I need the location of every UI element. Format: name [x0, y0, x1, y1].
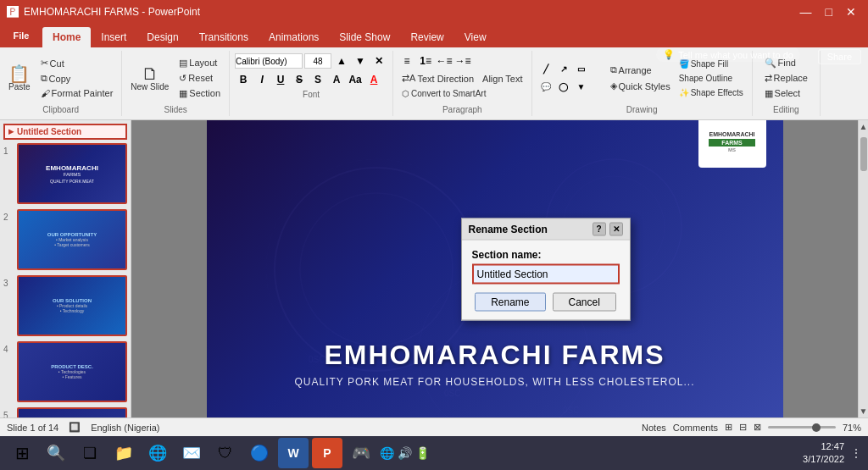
view-reading-button[interactable]: ⊠ — [754, 422, 761, 433]
decrease-font-button[interactable]: ▼ — [352, 53, 369, 69]
align-text-button[interactable]: Align Text — [479, 72, 526, 86]
increase-font-button[interactable]: ▲ — [333, 53, 350, 69]
increase-indent-button[interactable]: →≡ — [454, 53, 471, 69]
store-icon[interactable]: 🛡 — [210, 438, 241, 468]
dialog-cancel-button[interactable]: Cancel — [553, 292, 616, 311]
shape-effects-button[interactable]: ✨ Shape Effects — [676, 86, 747, 99]
show-desktop-button[interactable]: ⋮ — [851, 447, 861, 459]
minimize-button[interactable]: — — [795, 5, 817, 19]
tab-transitions[interactable]: Transitions — [189, 27, 259, 47]
tell-me-bar[interactable]: 💡 Tell me what you want to do — [656, 47, 800, 62]
font-name-input[interactable] — [235, 53, 303, 69]
strikethrough-button[interactable]: S — [291, 71, 308, 88]
comments-button[interactable]: Comments — [673, 423, 718, 433]
slide-item-1[interactable]: 1 EMHOMARACHI FARMS QUALITY PORK MEAT — [3, 143, 127, 204]
font-color-button[interactable]: A — [365, 71, 382, 88]
edge-icon[interactable]: 🌐 — [142, 438, 173, 468]
start-button[interactable]: ⊞ — [7, 438, 37, 468]
title-bar: 🅿 EMHOMARACHI FARMS - PowerPoint — □ ✕ — [0, 0, 868, 24]
dialog-help-button[interactable]: ? — [593, 222, 606, 235]
view-normal-button[interactable]: ⊞ — [725, 422, 732, 433]
shape-arrow-button[interactable]: ↗ — [555, 61, 572, 78]
cut-button[interactable]: ✂ Cut — [37, 56, 117, 70]
close-button[interactable]: ✕ — [841, 5, 861, 19]
maximize-button[interactable]: □ — [821, 5, 837, 19]
format-painter-button[interactable]: 🖌 Format Painter — [37, 86, 117, 100]
task-view-button[interactable]: ❏ — [75, 438, 105, 468]
tab-view[interactable]: View — [454, 27, 497, 47]
clear-format-button[interactable]: ✕ — [370, 53, 387, 69]
numbered-list-button[interactable]: 1≡ — [417, 53, 434, 69]
sound-icon[interactable]: 🔊 — [398, 446, 412, 460]
mail-icon[interactable]: ✉️ — [176, 438, 207, 468]
right-scrollbar[interactable]: ▲ ▼ — [858, 120, 868, 417]
quick-styles-button[interactable]: ◈ Quick Styles — [607, 79, 674, 93]
underline-button[interactable]: U — [272, 71, 289, 88]
change-case-button[interactable]: Aa — [347, 71, 364, 88]
file-explorer-icon[interactable]: 📁 — [108, 438, 139, 468]
dialog-section-name-input[interactable] — [472, 263, 620, 284]
search-button[interactable]: 🔍 — [41, 438, 71, 468]
section-button[interactable]: ▦ Section — [175, 86, 224, 101]
powerpoint-icon[interactable]: P — [312, 438, 342, 468]
file-tab[interactable]: File — [0, 24, 42, 47]
italic-button[interactable]: I — [253, 71, 270, 88]
shape-line-button[interactable]: ╱ — [537, 61, 554, 78]
tab-insert[interactable]: Insert — [91, 27, 136, 47]
shape-outline-button[interactable]: Shape Outline — [676, 72, 747, 85]
reset-button[interactable]: ↺ Reset — [175, 71, 224, 86]
slide-thumb-2[interactable]: OUR OPPORTUNITY • Market analysis • Targ… — [17, 209, 127, 270]
decrease-indent-button[interactable]: ←≡ — [436, 53, 453, 69]
tab-home[interactable]: Home — [42, 27, 91, 47]
slide-item-2[interactable]: 2 OUR OPPORTUNITY • Market analysis • Ta… — [3, 209, 127, 270]
convert-smartart-button[interactable]: ⬡ Convert to SmartArt — [398, 87, 489, 100]
slide-thumb-1[interactable]: EMHOMARACHI FARMS QUALITY PORK MEAT — [17, 143, 127, 204]
slide-thumb-3[interactable]: OUR SOLUTION • Product details • Technol… — [17, 275, 127, 336]
arrange-button[interactable]: ⧉ Arrange — [607, 63, 674, 77]
slide-thumb-5[interactable]: PRODUCT DESC. 2 • Technology • More deta… — [17, 407, 127, 417]
taskbar-clock[interactable]: 12:47 3/17/2022 — [803, 440, 844, 467]
shape-callout-button[interactable]: 💬 — [537, 79, 554, 96]
game-icon[interactable]: 🎮 — [346, 438, 376, 468]
shadow-button[interactable]: S — [309, 71, 326, 88]
slide-thumb-4[interactable]: PRODUCT DESC. • Technologies • Features — [17, 341, 127, 402]
slide-item-5[interactable]: 5 PRODUCT DESC. 2 • Technology • More de… — [3, 407, 127, 417]
replace-button[interactable]: ⇄ Replace — [761, 71, 811, 86]
text-direction-button[interactable]: ⇄A Text Direction — [398, 71, 477, 86]
bold-button[interactable]: B — [235, 71, 252, 88]
bullet-list-button[interactable]: ≡ — [398, 53, 415, 69]
tab-design[interactable]: Design — [136, 27, 188, 47]
view-sort-button[interactable]: ⊟ — [739, 422, 747, 433]
chrome-icon[interactable]: 🔵 — [244, 438, 275, 468]
scroll-down-arrow[interactable]: ▼ — [858, 405, 868, 417]
word-icon[interactable]: W — [278, 438, 309, 468]
copy-button[interactable]: ⧉ Copy — [37, 71, 117, 86]
zoom-slider[interactable] — [768, 426, 836, 429]
new-slide-button[interactable]: 🗋 New Slide — [127, 64, 172, 93]
zoom-thumb[interactable] — [812, 423, 821, 432]
tab-slideshow[interactable]: Slide Show — [329, 27, 400, 47]
scroll-track[interactable] — [859, 133, 868, 405]
network-icon[interactable]: 🌐 — [380, 446, 394, 460]
scroll-up-arrow[interactable]: ▲ — [858, 120, 868, 133]
battery-icon[interactable]: 🔋 — [415, 446, 430, 460]
char-spacing-button[interactable]: A — [328, 71, 345, 88]
notes-button[interactable]: Notes — [642, 423, 666, 433]
font-size-input[interactable] — [304, 53, 331, 69]
share-button[interactable]: Share — [818, 49, 861, 64]
select-button[interactable]: ▦ Select — [761, 86, 811, 101]
paste-button[interactable]: 📋 Paste — [5, 64, 34, 93]
shape-rect-button[interactable]: ▭ — [573, 61, 590, 78]
tab-review[interactable]: Review — [400, 27, 453, 47]
section-label[interactable]: ▶ Untitled Section — [3, 124, 127, 140]
scroll-thumb[interactable] — [860, 137, 867, 171]
slide-item-3[interactable]: 3 OUR SOLUTION • Product details • Techn… — [3, 275, 127, 336]
tab-animations[interactable]: Animations — [259, 27, 329, 47]
slide-item-4[interactable]: 4 PRODUCT DESC. • Technologies • Feature… — [3, 341, 127, 402]
dialog-rename-button[interactable]: Rename — [475, 292, 545, 311]
zoom-level[interactable]: 71% — [843, 423, 861, 433]
shape-circle-button[interactable]: ◯ — [555, 79, 572, 96]
layout-button[interactable]: ▤ Layout — [175, 56, 224, 70]
shape-more-button[interactable]: ▼ — [573, 79, 590, 96]
dialog-close-button[interactable]: ✕ — [609, 222, 623, 235]
